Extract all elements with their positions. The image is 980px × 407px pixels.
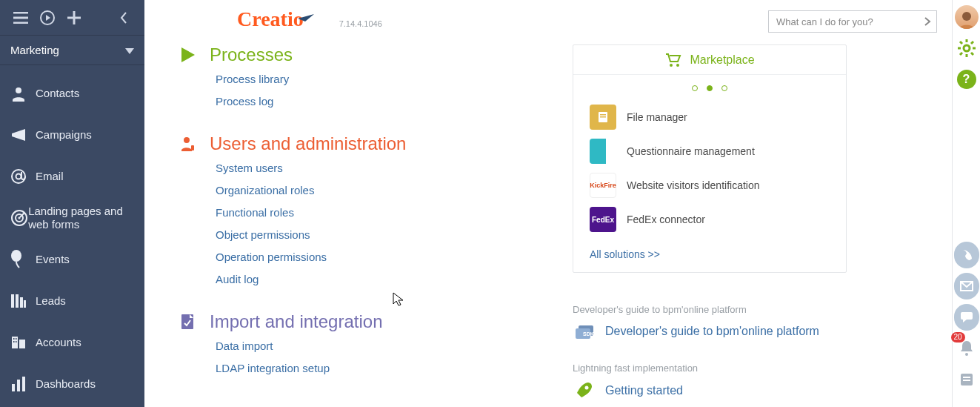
svg-line-54 <box>971 42 973 44</box>
svg-marker-57 <box>963 320 967 322</box>
leads-icon <box>10 294 36 308</box>
svg-marker-9 <box>12 129 25 141</box>
rail-process-log-button[interactable] <box>954 367 979 392</box>
designer-sections: Processes Process library Process log Us… <box>180 44 565 407</box>
rail-email-button[interactable] <box>954 274 979 299</box>
svg-rect-20 <box>24 300 26 308</box>
processes-play-icon <box>180 46 210 64</box>
svg-rect-25 <box>13 341 15 343</box>
feed-icon <box>954 304 979 331</box>
hamburger-menu-icon[interactable] <box>7 0 34 36</box>
marketplace-title: Marketplace <box>690 53 754 67</box>
cti-phone-button[interactable] <box>954 242 979 268</box>
dev-guide-block: Developer's guide to bpm'online platform… <box>573 304 847 342</box>
link-data-import[interactable]: Data import <box>216 340 565 353</box>
campaigns-icon <box>10 127 36 143</box>
marketplace-item-fedex[interactable]: FedEx FedEx connector <box>590 202 830 236</box>
nav-dashboards[interactable]: Dashboards <box>0 363 144 405</box>
getting-started-link[interactable]: Getting started <box>605 384 683 397</box>
dev-guide-link[interactable]: Developer's guide to bpm'online platform <box>605 325 819 338</box>
email-icon <box>10 168 36 185</box>
all-solutions-link[interactable]: All solutions >> <box>590 248 660 260</box>
getting-started-row[interactable]: Getting started <box>573 380 847 402</box>
marketplace-item-label: Questionnaire management <box>627 145 755 157</box>
dashboards-icon <box>10 377 36 391</box>
getting-started-subtitle: Lightning fast implementation <box>573 363 847 374</box>
nav-accounts[interactable]: Accounts <box>0 322 144 363</box>
marketplace-item-questionnaire[interactable]: Questionnaire management <box>590 134 830 168</box>
global-search <box>768 10 937 33</box>
rocket-icon <box>573 380 605 402</box>
svg-rect-27 <box>12 384 15 391</box>
contacts-icon <box>10 85 36 102</box>
dot-2[interactable] <box>707 85 713 91</box>
note-icon <box>959 371 975 388</box>
nav-label: Accounts <box>36 336 81 349</box>
svg-point-37 <box>676 64 679 67</box>
rail-feed-button[interactable] <box>954 305 979 330</box>
workplace-label: Marketing <box>10 44 59 56</box>
play-process-icon[interactable] <box>34 0 61 36</box>
add-icon[interactable] <box>61 0 87 36</box>
kickfire-thumb: KickFire <box>590 173 616 198</box>
dot-3[interactable] <box>721 85 727 91</box>
help-button[interactable]: ? <box>954 67 979 92</box>
dot-1[interactable] <box>692 85 698 91</box>
nav-label: Events <box>36 253 70 266</box>
svg-rect-6 <box>67 17 81 19</box>
sidebar-nav: Contacts Campaigns Email Landing pages a… <box>0 65 144 405</box>
nav-landing-pages[interactable]: Landing pages and web forms <box>0 197 144 239</box>
notifications-button[interactable]: 20 <box>954 336 979 361</box>
svg-rect-24 <box>16 338 17 340</box>
svg-rect-61 <box>963 380 970 381</box>
workplace-caret-icon <box>125 44 134 56</box>
search-input[interactable] <box>768 10 937 33</box>
nav-label: Leads <box>36 294 66 308</box>
link-process-library[interactable]: Process library <box>216 73 565 86</box>
nav-email[interactable]: Email <box>0 156 144 197</box>
svg-point-11 <box>16 174 21 179</box>
search-submit-icon[interactable] <box>924 16 931 29</box>
nav-campaigns[interactable]: Campaigns <box>0 114 144 156</box>
help-icon: ? <box>957 70 976 89</box>
svg-rect-23 <box>13 338 15 340</box>
link-process-log[interactable]: Process log <box>216 95 565 108</box>
marketplace-item-website-visitors[interactable]: KickFire Website visitors identification <box>590 168 830 202</box>
svg-point-44 <box>585 386 589 390</box>
nav-label: Landing pages and web forms <box>28 205 134 231</box>
nav-label: Email <box>36 170 64 183</box>
link-operation-permissions[interactable]: Operation permissions <box>216 251 565 264</box>
svg-rect-22 <box>19 340 25 348</box>
svg-rect-19 <box>20 297 23 308</box>
nav-leads[interactable]: Leads <box>0 280 144 322</box>
dev-guide-row[interactable]: SDK Developer's guide to bpm'online plat… <box>573 321 847 342</box>
section-title: Processes <box>210 44 293 65</box>
link-system-users[interactable]: System users <box>216 162 565 175</box>
marketplace-header[interactable]: Marketplace <box>573 45 846 75</box>
svg-rect-0 <box>13 12 28 13</box>
link-functional-roles[interactable]: Functional roles <box>216 206 565 219</box>
link-organizational-roles[interactable]: Organizational roles <box>216 184 565 197</box>
nav-contacts[interactable]: Contacts <box>0 73 144 114</box>
workplace-selector[interactable]: Marketing <box>0 36 144 65</box>
brand-name: Creatio <box>237 7 304 31</box>
svg-rect-17 <box>11 294 14 308</box>
svg-rect-40 <box>600 116 606 118</box>
profile-avatar[interactable] <box>954 4 979 30</box>
brand-paper-plane-icon <box>298 12 311 18</box>
section-import: Import and integration Data import LDAP … <box>180 311 565 375</box>
marketplace-pagination <box>573 75 846 96</box>
settings-icon[interactable] <box>954 36 979 61</box>
marketplace-item-label: FedEx connector <box>627 214 705 225</box>
nav-events[interactable]: Events <box>0 239 144 280</box>
link-audit-log[interactable]: Audit log <box>216 273 565 286</box>
marketplace-item-file-manager[interactable]: File manager <box>590 100 830 134</box>
notification-badge: 20 <box>951 332 965 343</box>
link-object-permissions[interactable]: Object permissions <box>216 228 565 242</box>
file-manager-thumb <box>590 105 616 130</box>
version-label: 7.14.4.1046 <box>339 19 382 28</box>
section-processes: Processes Process library Process log <box>180 44 565 108</box>
collapse-sidebar-icon[interactable] <box>110 0 137 36</box>
link-ldap-integration[interactable]: LDAP integration setup <box>216 362 565 375</box>
svg-point-46 <box>964 45 970 51</box>
